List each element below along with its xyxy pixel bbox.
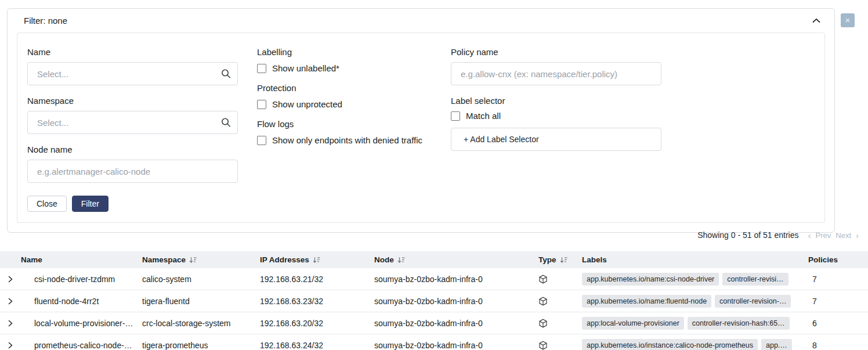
endpoints-table: Name Namespace IP Addresses Node Type La…: [0, 251, 868, 350]
expand-row-button[interactable]: [0, 298, 21, 305]
sort-icon: [397, 257, 405, 264]
endpoint-name[interactable]: fluentd-node-4rr2t: [21, 297, 142, 306]
label-selector-label: Label selector: [451, 96, 815, 106]
show-unlabelled-label: Show unlabelled*: [272, 63, 339, 73]
name-field-label: Name: [27, 47, 257, 57]
show-unprotected-checkbox[interactable]: [257, 100, 266, 109]
endpoint-namespace: calico-system: [142, 275, 260, 284]
filter-form: Name Namespace: [17, 33, 825, 223]
prev-page-button[interactable]: Prev: [816, 231, 831, 240]
show-unlabelled-checkbox[interactable]: [257, 64, 266, 73]
endpoint-node: soumya-bz-0zbo-kadm-infra-0: [374, 275, 538, 284]
policies-count: 8: [808, 341, 868, 350]
column-header-namespace[interactable]: Namespace: [142, 255, 260, 264]
labelling-heading: Labelling: [257, 47, 451, 57]
protection-heading: Protection: [257, 83, 451, 93]
filter-panel-header: Filter: none: [8, 9, 834, 30]
sort-icon: [189, 257, 197, 264]
pagination-bar: Showing 0 - 51 of 51 entries ‹ Prev Next…: [697, 230, 859, 240]
expand-row-button[interactable]: [0, 342, 21, 349]
endpoint-node: soumya-bz-0zbo-kadm-infra-0: [374, 319, 538, 328]
endpoint-node: soumya-bz-0zbo-kadm-infra-0: [374, 297, 538, 306]
endpoint-namespace: crc-local-storage-system: [142, 319, 260, 328]
table-row: prometheus-calico-node-… tigera-promethe…: [0, 334, 868, 350]
labels-cell: app:local-volume-provisioner controller-…: [582, 317, 808, 330]
filter-column-right: Policy name Label selector Match all + A…: [451, 47, 815, 183]
filter-panel-title: Filter: none: [24, 16, 67, 26]
collapse-filter-button[interactable]: [811, 17, 822, 24]
policies-count: 7: [808, 275, 868, 284]
filter-panel: Filter: none Name: [7, 8, 835, 233]
showing-entries-text: Showing 0 - 51 of 51 entries: [697, 230, 798, 240]
dismiss-panel-button[interactable]: ×: [841, 13, 855, 27]
filter-column-middle: Labelling Show unlabelled* Protection Sh…: [257, 47, 451, 183]
show-unlabelled-row: Show unlabelled*: [257, 63, 451, 73]
table-header-row: Name Namespace IP Addresses Node Type La…: [0, 251, 868, 268]
chevron-right-icon: [8, 276, 13, 283]
filter-button[interactable]: Filter: [72, 196, 108, 212]
chevron-right-icon: [8, 320, 13, 327]
policies-count: 7: [808, 297, 868, 306]
chevron-up-icon: [812, 18, 820, 23]
endpoint-ip: 192.168.63.20/32: [260, 319, 374, 328]
prev-chevron-icon: ‹: [808, 231, 811, 240]
label-pill: app.kubernetes.io/name:fluentd-node: [582, 295, 711, 308]
namespace-select-input[interactable]: [27, 111, 238, 134]
expand-row-button[interactable]: [0, 276, 21, 283]
pod-icon: [538, 275, 582, 284]
flow-logs-heading: Flow logs: [257, 119, 451, 129]
endpoint-namespace: tigera-prometheus: [142, 341, 260, 350]
close-icon: ×: [845, 15, 851, 25]
node-name-input[interactable]: [27, 160, 238, 183]
column-header-name: Name: [21, 255, 142, 264]
table-row: csi-node-driver-tzdmm calico-system 192.…: [0, 268, 868, 290]
column-header-ip-addresses[interactable]: IP Addresses: [260, 255, 374, 264]
match-all-row: Match all: [451, 111, 815, 121]
endpoint-name[interactable]: csi-node-driver-tzdmm: [21, 275, 142, 284]
denied-traffic-checkbox[interactable]: [257, 136, 266, 145]
expand-row-button[interactable]: [0, 320, 21, 327]
column-header-type[interactable]: Type: [538, 255, 582, 264]
policies-count: 6: [808, 319, 868, 328]
denied-traffic-row: Show only endpoints with denied traffic: [257, 135, 451, 145]
sort-icon: [313, 257, 320, 264]
label-pill: controller-revision-…: [715, 295, 791, 308]
endpoint-ip: 192.168.63.21/32: [260, 275, 374, 284]
match-all-checkbox[interactable]: [451, 111, 460, 121]
filter-column-left: Name Namespace: [27, 47, 257, 183]
label-pill: controller-revisi…: [722, 273, 788, 286]
endpoint-name[interactable]: local-volume-provisioner-…: [21, 319, 142, 328]
next-page-button[interactable]: Next: [836, 231, 851, 240]
label-pill: app:local-volume-provisioner: [582, 317, 684, 330]
label-pill: controller-revision-hash:65…: [688, 317, 790, 330]
policy-name-input[interactable]: [451, 62, 661, 85]
add-label-selector-button[interactable]: + Add Label Selector: [451, 128, 661, 151]
endpoint-name[interactable]: prometheus-calico-node-…: [21, 341, 142, 350]
show-unprotected-label: Show unprotected: [272, 99, 342, 109]
chevron-right-icon: [8, 342, 13, 349]
sort-icon: [560, 257, 567, 264]
endpoint-namespace: tigera-fluentd: [142, 297, 260, 306]
search-icon: [221, 69, 231, 79]
column-header-node[interactable]: Node: [374, 255, 538, 264]
namespace-field-label: Namespace: [27, 96, 257, 106]
pod-icon: [538, 319, 582, 328]
labels-cell: app.kubernetes.io/name:csi-node-driver c…: [582, 273, 808, 286]
label-pill: app.…: [761, 339, 792, 350]
pod-icon: [538, 341, 582, 350]
table-row: fluentd-node-4rr2t tigera-fluentd 192.16…: [0, 290, 868, 312]
endpoint-node: soumya-bz-0zbo-kadm-infra-0: [374, 341, 538, 350]
column-header-policies: Policies: [808, 255, 868, 264]
close-button[interactable]: Close: [27, 196, 67, 212]
pod-icon: [538, 297, 582, 306]
endpoint-ip: 192.168.63.23/32: [260, 297, 374, 306]
chevron-right-icon: [8, 298, 13, 305]
node-name-field-label: Node name: [27, 145, 257, 154]
endpoint-ip: 192.168.63.24/32: [260, 341, 374, 350]
name-select-input[interactable]: [27, 62, 238, 85]
labels-cell: app.kubernetes.io/instance:calico-node-p…: [582, 339, 808, 350]
table-row: local-volume-provisioner-… crc-local-sto…: [0, 312, 868, 334]
match-all-label: Match all: [466, 111, 501, 121]
show-unprotected-row: Show unprotected: [257, 99, 451, 109]
policy-name-field-label: Policy name: [451, 47, 815, 57]
